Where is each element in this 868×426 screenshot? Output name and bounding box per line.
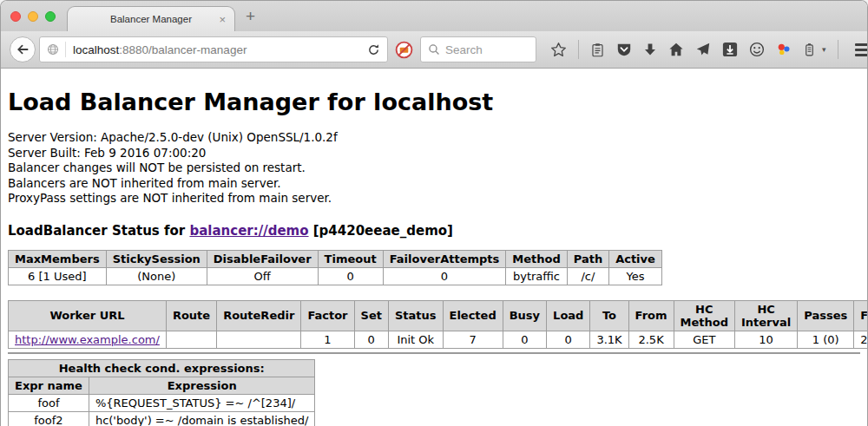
search-bar[interactable] [420, 36, 536, 62]
minimize-window-button[interactable] [28, 11, 38, 22]
health-table-caption: Health check cond. expressions: [9, 359, 315, 377]
tab-title: Balancer Manager [110, 14, 192, 24]
section-divider [8, 352, 860, 354]
server-info: Server Version: Apache/2.5.0-dev (Unix) … [8, 130, 860, 206]
table-caption-row: Health check cond. expressions: [9, 359, 315, 377]
health-check-table: Health check cond. expressions: Expr nam… [8, 359, 315, 426]
downloads-icon[interactable] [643, 43, 657, 56]
plugin-blocked-icon[interactable] [395, 41, 413, 59]
overflow-caret-icon[interactable]: ▾ [822, 45, 826, 54]
bookmark-star-icon[interactable] [550, 42, 567, 58]
table-row: foof %{REQUEST_STATUS} =~ /^[234]/ [9, 394, 315, 411]
worker-url-link[interactable]: http://www.example.com/ [15, 333, 160, 346]
colored-dots-extension-icon[interactable] [776, 42, 792, 57]
page-title: Load Balancer Manager for localhost [8, 69, 860, 115]
page-content: Load Balancer Manager for localhost Serv… [1, 69, 867, 426]
toolbar-divider [578, 40, 579, 59]
toolbar-icons: ▾ [550, 40, 868, 59]
server-version-line: Server Version: Apache/2.5.0-dev (Unix) … [8, 130, 860, 146]
worker-table: Worker URL Route RouteRedir Factor Set S… [8, 300, 867, 349]
tab-close-icon[interactable]: × [219, 13, 226, 26]
battery-extension-icon[interactable] [803, 43, 816, 57]
table-header-row: Expr name Expression [9, 377, 315, 394]
url-path-text: :8880/balancer-manager [119, 43, 247, 56]
reload-icon[interactable] [367, 43, 380, 56]
balancers-notice-line: Balancers are NOT inherited from main se… [8, 176, 860, 192]
table-row: 6 [1 Used] (None) Off 0 0 bytraffic /c/ … [9, 267, 662, 285]
table-row: foof2 hc('body') =~ /domain is establish… [9, 411, 315, 426]
back-button[interactable] [10, 36, 36, 62]
expr-value: hc('body') =~ /domain is established/ [89, 411, 315, 426]
url-domain-text: localhost [73, 43, 119, 56]
balancer-summary-table: MaxMembers StickySession DisableFailover… [8, 250, 662, 285]
tab-strip: Balancer Manager × + [1, 1, 867, 31]
search-icon [428, 43, 440, 56]
table-header-row: Worker URL Route RouteRedir Factor Set S… [9, 300, 868, 331]
browser-window: Balancer Manager × + localhost:8880/bala… [0, 0, 868, 426]
persist-notice-line: Balancer changes will NOT be persisted o… [8, 161, 860, 176]
worker-row: http://www.example.com/ 1 0 Init Ok 7 0 … [9, 331, 868, 348]
expr-name: foof [9, 394, 89, 411]
expr-value: %{REQUEST_STATUS} =~ /^[234]/ [89, 394, 315, 411]
navigation-toolbar: localhost:8880/balancer-manager [1, 31, 867, 69]
back-arrow-icon [16, 43, 30, 56]
toolbar-divider [838, 40, 838, 59]
new-tab-button[interactable]: + [246, 7, 255, 26]
server-built-line: Server Built: Feb 9 2016 07:00:20 [8, 146, 860, 161]
video-download-extension-icon[interactable] [722, 42, 738, 57]
clipboard-icon[interactable] [590, 43, 605, 57]
site-globe-icon [47, 43, 59, 56]
url-bar[interactable]: localhost:8880/balancer-manager [39, 36, 388, 62]
expr-name: foof2 [9, 411, 89, 426]
menu-hamburger-icon[interactable] [855, 43, 868, 56]
table-header-row: MaxMembers StickySession DisableFailover… [9, 250, 662, 267]
search-input[interactable] [445, 43, 523, 56]
home-icon[interactable] [668, 42, 684, 57]
window-controls [10, 11, 56, 22]
pocket-icon[interactable] [616, 42, 632, 57]
proxypass-notice-line: ProxyPass settings are NOT inherited fro… [8, 191, 860, 206]
zoom-window-button[interactable] [45, 11, 56, 22]
balancer-demo-link[interactable]: balancer://demo [189, 223, 308, 239]
urlbar-divider [65, 42, 66, 57]
browser-tab[interactable]: Balancer Manager × [67, 6, 235, 31]
paper-plane-icon[interactable] [695, 42, 711, 57]
loadbalancer-status-heading: LoadBalancer Status for balancer://demo … [8, 223, 860, 239]
close-window-button[interactable] [10, 11, 21, 22]
smiley-extension-icon[interactable] [749, 42, 765, 57]
